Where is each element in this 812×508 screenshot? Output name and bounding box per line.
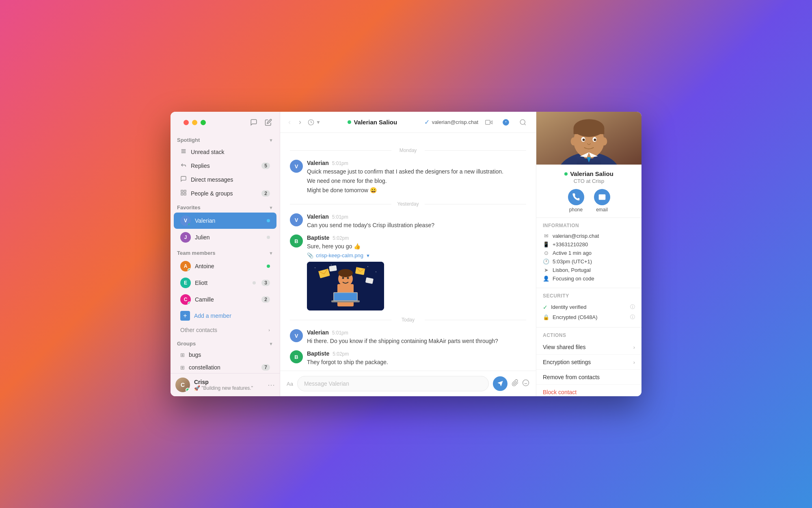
font-size-button[interactable]: Aa xyxy=(287,381,293,387)
forward-button[interactable]: › xyxy=(297,116,303,128)
camille-label: Camille xyxy=(195,296,257,303)
svg-rect-1 xyxy=(184,190,186,192)
message-input[interactable]: Message Valerian xyxy=(297,376,489,391)
traffic-light-yellow[interactable] xyxy=(192,120,197,125)
yesterday-divider: Yesterday xyxy=(290,201,526,207)
contact-profile-name: Valerian Saliou xyxy=(564,170,613,177)
email-action[interactable]: email xyxy=(594,189,610,213)
emoji-button[interactable] xyxy=(522,379,529,389)
baptiste-msg-avatar-2: B xyxy=(290,350,303,363)
sidebar-item-camille[interactable]: C Camille 2 xyxy=(174,291,276,308)
messages-container[interactable]: Monday V Valerian 5:01pm Quick message j… xyxy=(280,133,536,371)
sidebar-item-valerian[interactable]: V Valerian xyxy=(174,213,276,229)
baptiste-msg-avatar: B xyxy=(290,234,303,247)
sidebar-item-constellation[interactable]: ⊞ constellation 7 xyxy=(174,361,276,373)
security-verified-label: Identity verified xyxy=(551,304,586,310)
msg-sender: Valerian xyxy=(307,213,329,220)
groups-section-header: Groups ▼ xyxy=(171,336,280,348)
sidebar-item-antoine[interactable]: A Antoine xyxy=(174,258,276,274)
encryption-settings-button[interactable]: Encryption settings › xyxy=(536,355,641,370)
sidebar-item-unread-stack[interactable]: Unread stack xyxy=(174,145,276,158)
eliott-status-dot xyxy=(253,281,256,284)
sidebar-item-eliott[interactable]: E Eliott 3 xyxy=(174,275,276,291)
info-status: Focusing on code xyxy=(553,276,594,282)
view-shared-files-label: View shared files xyxy=(543,344,586,350)
video-call-button[interactable] xyxy=(482,116,495,129)
sidebar-item-other-contacts[interactable]: Other contacts › xyxy=(174,324,276,336)
msg-content: Valerian 5:01pm Quick message just to co… xyxy=(307,160,526,195)
security-verified-info-button[interactable]: ⓘ xyxy=(630,304,635,310)
footer-menu-icon[interactable]: ⋯ xyxy=(268,380,275,389)
msg-header: Valerian 5:01pm xyxy=(307,213,526,220)
chat-header-actions: ✓ valerian@crisp.chat xyxy=(424,116,529,129)
file-attachment[interactable]: 📎 crisp-keep-calm.png ▼ xyxy=(307,252,526,258)
edit-icon[interactable] xyxy=(263,117,273,127)
svg-point-44 xyxy=(571,137,577,145)
info-active: Active 1 min ago xyxy=(553,250,592,256)
sidebar-item-bugs[interactable]: ⊞ bugs xyxy=(174,349,276,361)
valerian-label: Valerian xyxy=(195,217,263,224)
msg-text: Hi there. Do you know if the shipping co… xyxy=(307,337,526,345)
msg-time: 5:01pm xyxy=(332,330,348,336)
info-email-row: ✉ valerian@crisp.chat xyxy=(543,232,635,240)
sidebar-item-add-member[interactable]: + Add a member xyxy=(174,308,276,323)
contact-email-text: valerian@crisp.chat xyxy=(432,119,478,125)
traffic-light-red[interactable] xyxy=(184,120,189,125)
valerian-msg-avatar-3: V xyxy=(290,329,303,342)
profile-photo-svg xyxy=(536,112,641,165)
team-members-section-header: Team members ▼ xyxy=(171,246,280,258)
svg-rect-3 xyxy=(184,193,186,195)
search-button[interactable] xyxy=(516,116,529,129)
information-title: Information xyxy=(543,223,635,228)
remove-from-contacts-button[interactable]: Remove from contacts xyxy=(536,370,641,385)
other-contacts-label: Other contacts xyxy=(180,327,217,333)
block-contact-button[interactable]: Block contact xyxy=(536,385,641,396)
julien-avatar: J xyxy=(180,232,191,243)
msg-text: We need one more for the blog. xyxy=(307,177,526,185)
chat-input-area: Aa Message Valerian xyxy=(280,371,536,396)
history-button[interactable]: ▼ xyxy=(308,119,321,126)
info-button[interactable] xyxy=(499,116,512,129)
compose-icon[interactable] xyxy=(249,117,259,127)
sidebar-item-julien[interactable]: J Julien xyxy=(174,229,276,245)
svg-point-21 xyxy=(338,269,353,277)
groups-label: Groups xyxy=(177,341,196,347)
emoji-icon xyxy=(522,379,529,386)
phone-action[interactable]: phone xyxy=(568,189,584,213)
back-button[interactable]: ‹ xyxy=(287,116,292,128)
email-info-icon: ✉ xyxy=(543,233,549,239)
profile-online-dot xyxy=(564,172,568,176)
favorites-chevron: ▼ xyxy=(269,205,273,210)
user-avatar: C xyxy=(175,378,190,392)
spotlight-chevron: ▼ xyxy=(269,138,273,143)
svg-point-14 xyxy=(331,265,332,265)
msg-text: They forgot to ship the package. xyxy=(307,358,526,367)
msg-header: Valerian 5:01pm xyxy=(307,160,526,166)
replies-icon xyxy=(180,162,187,169)
security-title: Security xyxy=(543,293,635,299)
msg-header: Baptiste 5:02pm xyxy=(307,234,526,241)
bugs-label: bugs xyxy=(189,352,270,358)
traffic-light-green[interactable] xyxy=(201,120,206,125)
sidebar-footer[interactable]: C Crisp 🚀 "Building new features." ⋯ xyxy=(171,373,280,396)
sidebar-item-people-groups[interactable]: People & groups 2 xyxy=(174,187,276,200)
msg-content: Baptiste 5:02pm They forgot to ship the … xyxy=(307,350,526,367)
unread-stack-label: Unread stack xyxy=(191,149,270,155)
block-contact-label: Block contact xyxy=(543,389,577,395)
sidebar-item-direct-messages[interactable]: Direct messages xyxy=(174,173,276,186)
input-placeholder: Message Valerian xyxy=(304,380,349,387)
msg-content: Valerian 5:01pm Hi there. Do you know if… xyxy=(307,329,526,345)
verified-badge-icon: ✓ xyxy=(424,118,430,126)
svg-rect-24 xyxy=(329,265,337,271)
sidebar-item-replies[interactable]: Replies 5 xyxy=(174,159,276,172)
svg-rect-28 xyxy=(334,293,357,300)
view-shared-files-button[interactable]: View shared files › xyxy=(536,340,641,355)
add-member-label: Add a member xyxy=(194,313,270,319)
image-bg xyxy=(307,262,384,310)
security-encrypted-info-button[interactable]: ⓘ xyxy=(630,314,635,321)
send-button[interactable] xyxy=(493,376,508,391)
attachment-button[interactable] xyxy=(512,379,519,389)
security-verified-row: ✓ Identity verified ⓘ xyxy=(543,302,635,312)
phone-icon xyxy=(572,193,580,201)
profile-info: Valerian Saliou CTO at Crisp phone email xyxy=(536,165,641,218)
